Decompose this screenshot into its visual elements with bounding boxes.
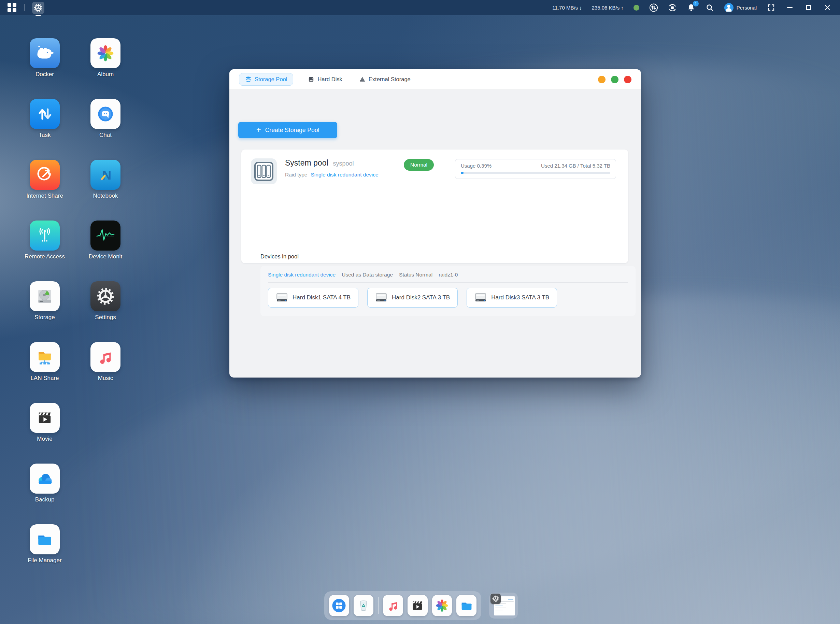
desktop-icon-label: Album <box>97 71 114 78</box>
desktop-icon-movie[interactable]: Movie <box>14 403 75 463</box>
tab-hard-disk[interactable]: Hard Disk <box>306 73 344 85</box>
desktop-icon-label: Chat <box>99 132 112 139</box>
disk-chip-label: Hard Disk3 SATA 3 TB <box>491 294 549 301</box>
desktop-icon-label: Remote Access <box>25 253 65 260</box>
desktop-icon-label: Backup <box>35 496 55 503</box>
window-maximize-light[interactable] <box>611 76 619 83</box>
dock-music[interactable] <box>383 595 403 616</box>
running-app-storage-icon[interactable] <box>32 2 44 14</box>
desktop-icon-chat[interactable]: Chat <box>75 99 136 160</box>
device-group-raid-id: raidz1-0 <box>439 272 458 278</box>
tab-label: Storage Pool <box>255 76 287 83</box>
settings-gear-icon <box>90 281 120 311</box>
desktop-screen: 11.70 MB/s↓ 235.06 KB/s↑ <box>0 0 840 624</box>
dock <box>324 591 481 620</box>
plus-icon: + <box>256 126 261 134</box>
usage-box: Usage 0.39% Used 21.34 GB / Total 5.32 T… <box>455 159 616 179</box>
dock-recycle-bin[interactable] <box>354 595 374 616</box>
desktop-icon-label: LAN Share <box>30 375 59 382</box>
notification-badge: 1 <box>693 1 699 6</box>
disk-chip-label: Hard Disk2 SATA 3 TB <box>392 294 450 301</box>
pool-alias: syspool <box>333 160 354 167</box>
movie-clapper-icon <box>30 403 60 433</box>
desktop-icon-remote-access[interactable]: Remote Access <box>14 221 75 281</box>
file-manager-icon <box>459 598 474 613</box>
hard-disk-chip-2[interactable]: Hard Disk2 SATA 3 TB <box>367 288 458 307</box>
dock-divider <box>378 597 378 614</box>
dock-movie[interactable] <box>408 595 428 616</box>
desktop-icon-label: File Manager <box>28 557 62 564</box>
user-menu[interactable]: Personal <box>724 3 757 12</box>
tab-external-storage[interactable]: External Storage <box>357 73 413 85</box>
desktop-icon-grid: Docker Album <box>14 38 136 585</box>
dock-album[interactable] <box>432 595 452 616</box>
device-group-usage: Used as Data storage <box>342 272 393 278</box>
desktop-icon-settings[interactable]: Settings <box>75 281 136 342</box>
music-icon <box>386 598 401 613</box>
pool-status-badge: Normal <box>404 159 434 171</box>
hard-disk-icon <box>474 292 487 303</box>
task-arrows-icon <box>30 99 60 129</box>
device-group-raid-link[interactable]: Single disk redundant device <box>268 272 335 278</box>
backup-cloud-icon <box>30 463 60 494</box>
desktop-icon-backup[interactable]: Backup <box>14 463 75 524</box>
usage-text: Usage 0.39% <box>461 163 491 168</box>
close-icon[interactable] <box>823 3 832 12</box>
desktop-icon-storage[interactable]: Storage <box>14 281 75 342</box>
dock-file-manager[interactable] <box>456 595 477 616</box>
desktop-icon-notebook[interactable]: N Notebook <box>75 160 136 221</box>
app-launcher-icon <box>331 598 347 614</box>
nas-pool-icon <box>251 158 277 184</box>
capacity-text: Used 21.34 GB / Total 5.32 TB <box>541 163 610 168</box>
hard-disk-chip-1[interactable]: Hard Disk1 SATA 4 TB <box>268 288 358 307</box>
desktop-icon-internet-share[interactable]: Internet Share <box>14 160 75 221</box>
topbar-divider <box>24 4 25 11</box>
device-monitor-ecg-icon <box>90 221 120 250</box>
maximize-icon[interactable] <box>804 3 813 12</box>
desktop-icon-label: Storage <box>34 314 55 321</box>
desktop-icon-album[interactable]: Album <box>75 38 136 99</box>
dock-window-preview-storage[interactable] <box>489 593 518 619</box>
desktop-icon-docker[interactable]: Docker <box>14 38 75 99</box>
minimize-icon[interactable] <box>785 3 794 12</box>
desktop-icon-task[interactable]: Task <box>14 99 75 160</box>
tab-label: External Storage <box>369 76 411 83</box>
desktop-icon-label: Task <box>39 132 51 139</box>
desktop-icon-music[interactable]: Music <box>75 342 136 403</box>
internet-share-icon <box>30 160 60 190</box>
device-group-status: Status Normal <box>399 272 432 278</box>
desktop-icon-label: Movie <box>37 436 52 442</box>
fullscreen-icon[interactable] <box>767 3 775 12</box>
search-icon[interactable] <box>706 3 714 12</box>
album-icon <box>434 598 450 613</box>
start-menu-icon[interactable] <box>8 3 16 12</box>
tab-label: Hard Disk <box>317 76 342 83</box>
chat-bubble-icon <box>90 99 120 129</box>
user-label: Personal <box>737 5 757 11</box>
backup-sync-icon[interactable] <box>668 3 677 12</box>
dock-app-launcher[interactable] <box>329 595 349 616</box>
pool-name: System pool <box>285 158 328 168</box>
desktop-icon-file-manager[interactable]: File Manager <box>14 524 75 585</box>
notifications-bell-icon[interactable]: 1 <box>687 3 696 12</box>
usage-progress-fill <box>461 172 463 174</box>
desktop-icon-label: Docker <box>36 71 54 78</box>
hard-disk-chip-3[interactable]: Hard Disk3 SATA 3 TB <box>466 288 557 307</box>
music-note-icon <box>90 342 120 372</box>
tab-storage-pool[interactable]: Storage Pool <box>239 73 293 86</box>
upload-speed: 235.06 KB/s↑ <box>592 5 624 11</box>
desktop-icon-device-monitor[interactable]: Device Monit <box>75 221 136 281</box>
desktop-icon-lan-share[interactable]: LAN Share <box>14 342 75 403</box>
window-close-light[interactable] <box>624 76 632 83</box>
preview-app-gear-icon <box>491 594 501 604</box>
app-gear-icon <box>34 3 43 12</box>
album-pinwheel-icon <box>90 38 120 68</box>
window-content: + Create Storage Pool <box>229 90 641 378</box>
notebook-icon: N <box>90 160 120 190</box>
movie-icon <box>409 598 425 613</box>
raid-type-link[interactable]: Single disk redundant device <box>310 172 378 178</box>
window-minimize-light[interactable] <box>598 76 605 83</box>
create-storage-pool-button[interactable]: + Create Storage Pool <box>238 122 337 138</box>
network-transfer-icon[interactable] <box>649 3 658 12</box>
recycle-bin-icon <box>356 598 371 613</box>
